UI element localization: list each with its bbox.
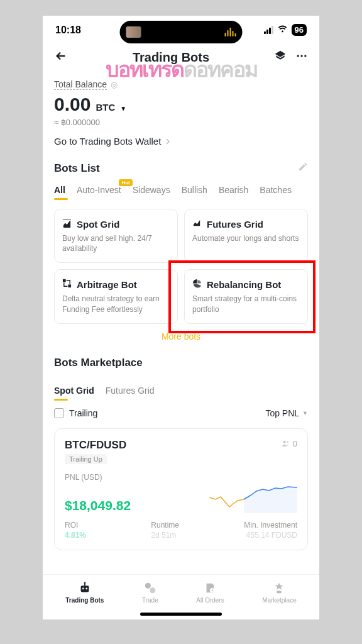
nav-marketplace[interactable]: Marketplace: [262, 581, 296, 604]
highlight-annotation: [168, 260, 315, 333]
marketplace-card[interactable]: BTC/FDUSD Trailing Up 0 PNL (USD) $18,04…: [54, 428, 308, 550]
hot-badge: Hot: [119, 179, 132, 186]
svg-rect-10: [84, 584, 85, 586]
pnl-label: PNL (USD): [65, 473, 297, 482]
svg-point-2: [304, 55, 306, 57]
marketplace-tabs: Spot Grid Futures Grid: [43, 375, 319, 403]
bot-card-spot-grid[interactable]: Spot Grid Buy low and sell high. 24/7 av…: [54, 209, 178, 263]
svg-point-8: [82, 588, 84, 590]
pnl-chart: [209, 482, 297, 513]
nav-trading-bots[interactable]: Trading Bots: [65, 581, 104, 604]
svg-point-5: [283, 441, 286, 443]
sort-dropdown[interactable]: Top PNL ▼: [265, 408, 308, 418]
bots-tabs: All Auto-Invest Hot Sideways Bullish Bea…: [43, 181, 319, 201]
nav-trade[interactable]: Trade: [142, 581, 158, 604]
dynamic-island[interactable]: [120, 21, 243, 43]
balance-amount: 0.00: [54, 94, 90, 115]
tab-futures-grid[interactable]: Futures Grid: [106, 382, 155, 399]
battery-indicator: 96: [292, 24, 307, 36]
futures-grid-icon: [192, 218, 202, 230]
svg-point-0: [297, 55, 299, 57]
svg-point-13: [150, 587, 155, 593]
pair-name: BTC/FDUSD: [65, 439, 126, 452]
svg-point-6: [287, 441, 288, 443]
more-icon[interactable]: [295, 50, 308, 65]
tab-bullish[interactable]: Bullish: [182, 181, 207, 199]
svg-point-1: [300, 55, 302, 57]
tab-auto-invest[interactable]: Auto-Invest Hot: [77, 181, 121, 199]
bot-card-arbitrage[interactable]: Arbitrage Bot Delta neutral strategy to …: [54, 269, 178, 323]
bot-card-futures-grid[interactable]: Futures Grid Automate your longs and sho…: [184, 209, 308, 263]
home-indicator[interactable]: [140, 613, 222, 616]
strategy-tag: Trailing Up: [65, 454, 107, 464]
runtime-label: Runtime: [151, 521, 179, 530]
svg-point-12: [145, 583, 151, 589]
tab-all[interactable]: All: [54, 181, 65, 199]
copies-count: 0: [282, 439, 297, 448]
marketplace-title: Bots Marketplace: [54, 357, 143, 369]
svg-point-11: [84, 582, 85, 584]
status-bar: 10:18 96: [43, 16, 319, 42]
page-title: Trading Bots: [133, 50, 209, 65]
back-button[interactable]: [54, 49, 68, 65]
balance-label: Total Balance: [54, 79, 107, 90]
chevron-down-icon: ▼: [302, 410, 308, 416]
status-time: 10:18: [55, 25, 81, 36]
svg-point-9: [85, 588, 87, 590]
tab-sideways[interactable]: Sideways: [133, 181, 170, 199]
trailing-checkbox[interactable]: Trailing: [54, 408, 97, 418]
arbitrage-icon: [62, 279, 72, 290]
edit-icon[interactable]: [298, 162, 308, 175]
roi-label: ROI: [65, 521, 86, 530]
wallet-link[interactable]: Go to Trading Bots Wallet: [54, 136, 308, 147]
svg-rect-4: [68, 285, 71, 288]
pnl-value: $18,049.82: [65, 498, 131, 513]
bots-list-title: Bots List: [54, 162, 100, 175]
cellular-icon: [264, 26, 273, 34]
tab-batches[interactable]: Batches: [260, 181, 292, 199]
bottom-nav: Trading Bots Trade All Orders Marketplac…: [43, 574, 319, 608]
balance-currency[interactable]: BTC: [96, 102, 115, 113]
tab-bearish[interactable]: Bearish: [219, 181, 248, 199]
tab-spot-grid[interactable]: Spot Grid: [54, 382, 94, 399]
wifi-icon: [277, 23, 288, 36]
nav-all-orders[interactable]: All Orders: [196, 581, 224, 604]
min-investment-label: Min. Investment: [244, 521, 297, 530]
layers-icon[interactable]: [274, 50, 287, 65]
header: Trading Bots: [43, 42, 319, 70]
svg-rect-3: [63, 279, 66, 282]
spot-grid-icon: [62, 218, 72, 230]
chevron-down-icon[interactable]: ▼: [120, 105, 126, 112]
balance-fiat: ≈ ฿0.000000: [54, 118, 308, 127]
svg-rect-7: [80, 586, 89, 592]
